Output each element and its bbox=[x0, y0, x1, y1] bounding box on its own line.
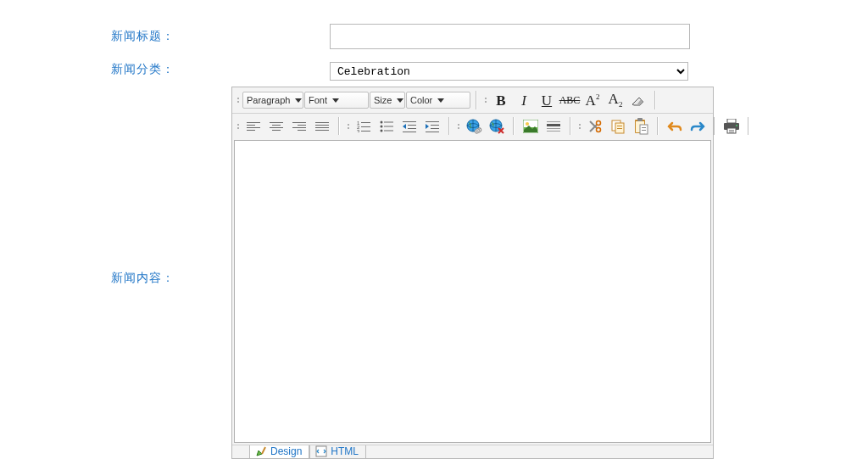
scissors-icon bbox=[587, 119, 603, 134]
paragraph-dropdown[interactable]: Paragraph bbox=[242, 92, 303, 109]
svg-rect-1 bbox=[361, 122, 370, 123]
remove-link-button[interactable] bbox=[486, 116, 508, 137]
clipboard-icon bbox=[633, 118, 648, 135]
indent-icon bbox=[426, 120, 439, 132]
redo-button[interactable] bbox=[687, 116, 709, 137]
toolbar-separator bbox=[510, 114, 517, 138]
toolbar-separator bbox=[567, 114, 574, 138]
align-right-button[interactable] bbox=[288, 116, 310, 137]
svg-rect-19 bbox=[426, 132, 439, 132]
svg-point-6 bbox=[381, 120, 383, 123]
ordered-list-icon: 1 2 3 bbox=[357, 120, 370, 132]
news-title-input[interactable] bbox=[330, 24, 690, 49]
horizontal-rule-icon bbox=[547, 120, 560, 133]
svg-rect-17 bbox=[431, 125, 439, 126]
outdent-button[interactable] bbox=[398, 116, 420, 137]
svg-point-8 bbox=[381, 125, 383, 127]
svg-rect-7 bbox=[384, 121, 393, 122]
align-justify-icon bbox=[315, 120, 329, 132]
size-dropdown[interactable]: Size bbox=[370, 92, 405, 109]
svg-point-10 bbox=[381, 129, 383, 132]
html-tab[interactable]: HTML bbox=[309, 445, 366, 458]
news-content-label: 新闻内容： bbox=[111, 271, 175, 286]
align-center-icon bbox=[270, 120, 283, 132]
toolbar-separator bbox=[654, 114, 661, 138]
unordered-list-icon bbox=[380, 120, 393, 132]
copy-button[interactable] bbox=[607, 116, 629, 137]
bold-icon: B bbox=[496, 93, 505, 108]
image-icon bbox=[523, 120, 538, 133]
news-title-label: 新闻标题： bbox=[111, 29, 175, 44]
subscript-icon: A2 bbox=[609, 92, 623, 109]
undo-button[interactable] bbox=[664, 116, 686, 137]
svg-point-28 bbox=[597, 127, 601, 132]
undo-icon bbox=[667, 120, 682, 133]
strikethrough-button[interactable]: ABC bbox=[559, 90, 581, 110]
toolbar-grip-icon[interactable] bbox=[482, 87, 488, 113]
toolbar-separator bbox=[473, 87, 480, 113]
superscript-icon: A2 bbox=[586, 93, 600, 108]
indent-button[interactable] bbox=[421, 116, 443, 137]
size-dropdown-label: Size bbox=[374, 95, 392, 105]
redo-icon bbox=[690, 120, 705, 133]
design-tab-label: Design bbox=[270, 445, 302, 457]
svg-rect-31 bbox=[617, 126, 622, 126]
toolbar-grip-icon[interactable] bbox=[345, 114, 351, 138]
unordered-list-button[interactable] bbox=[376, 116, 398, 137]
subscript-button[interactable]: A2 bbox=[604, 90, 626, 110]
svg-rect-32 bbox=[617, 128, 622, 129]
ordered-list-button[interactable]: 1 2 3 bbox=[353, 116, 375, 137]
toolbar-separator bbox=[711, 114, 718, 138]
toolbar-grip-icon[interactable] bbox=[235, 87, 241, 113]
svg-point-41 bbox=[736, 125, 737, 126]
underline-button[interactable]: U bbox=[536, 90, 558, 110]
svg-rect-39 bbox=[727, 119, 736, 123]
align-center-button[interactable] bbox=[265, 116, 287, 137]
insert-rule-button[interactable] bbox=[542, 116, 565, 137]
align-justify-button[interactable] bbox=[311, 116, 333, 137]
font-dropdown-label: Font bbox=[309, 95, 327, 105]
svg-rect-36 bbox=[640, 125, 648, 134]
erase-format-button[interactable] bbox=[627, 90, 649, 110]
copy-icon bbox=[610, 119, 626, 134]
svg-text:3: 3 bbox=[357, 129, 360, 132]
svg-rect-9 bbox=[384, 126, 393, 126]
svg-rect-3 bbox=[361, 126, 370, 127]
toolbar-grip-icon[interactable] bbox=[235, 114, 241, 138]
svg-rect-38 bbox=[642, 130, 646, 131]
svg-rect-14 bbox=[408, 128, 416, 129]
italic-button[interactable]: I bbox=[513, 90, 535, 110]
printer-icon bbox=[723, 119, 740, 134]
toolbar-grip-icon[interactable] bbox=[455, 114, 461, 138]
color-dropdown-label: Color bbox=[410, 95, 432, 105]
svg-rect-5 bbox=[361, 131, 370, 132]
font-dropdown[interactable]: Font bbox=[304, 92, 369, 109]
html-tab-label: HTML bbox=[331, 445, 359, 457]
editor-content-area[interactable] bbox=[234, 140, 711, 443]
superscript-button[interactable]: A2 bbox=[581, 90, 604, 110]
svg-rect-18 bbox=[431, 128, 439, 129]
html-tab-icon bbox=[315, 445, 327, 457]
toolbar-separator bbox=[745, 114, 752, 138]
news-category-select[interactable]: Celebration bbox=[330, 62, 688, 81]
print-button[interactable] bbox=[721, 116, 743, 137]
insert-image-button[interactable] bbox=[520, 116, 542, 137]
svg-rect-13 bbox=[408, 125, 416, 126]
svg-rect-15 bbox=[403, 132, 416, 132]
toolbar-separator bbox=[652, 87, 659, 113]
toolbar-grip-icon[interactable] bbox=[576, 114, 582, 138]
toolbar-row-format: Paragraph Font Size Color B I U bbox=[232, 87, 713, 113]
outdent-icon bbox=[403, 120, 416, 132]
toolbar-separator bbox=[336, 114, 342, 138]
svg-rect-12 bbox=[403, 121, 416, 122]
cut-button[interactable] bbox=[584, 116, 606, 137]
align-right-icon bbox=[292, 120, 306, 132]
design-tab[interactable]: Design bbox=[249, 445, 309, 458]
align-left-button[interactable] bbox=[242, 116, 264, 137]
insert-link-button[interactable] bbox=[463, 116, 485, 137]
paste-button[interactable] bbox=[630, 116, 652, 137]
color-dropdown[interactable]: Color bbox=[406, 92, 470, 109]
align-left-icon bbox=[247, 120, 260, 132]
bold-button[interactable]: B bbox=[490, 90, 512, 110]
svg-point-27 bbox=[597, 120, 601, 125]
